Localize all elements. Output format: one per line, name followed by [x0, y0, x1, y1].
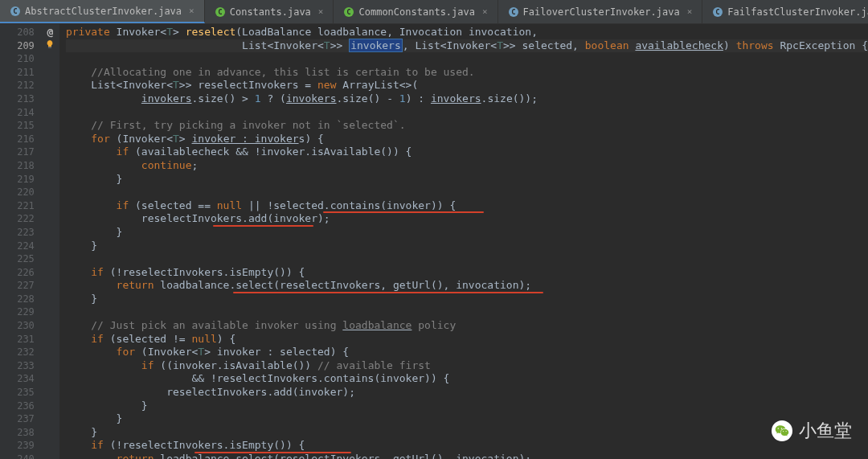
tab-label: Constants.java	[230, 6, 311, 18]
java-class-icon: C	[508, 6, 519, 18]
editor-tab[interactable]: CFailfastClusterInvoker.java×	[702, 0, 868, 23]
line-number[interactable]: 213	[0, 92, 35, 106]
java-class-icon: C	[215, 6, 226, 18]
line-number[interactable]: 212	[0, 79, 35, 92]
editor-area: 2082092102112122132142152162172182192202…	[0, 24, 868, 459]
code-line[interactable]: List<Invoker<T>> reselectInvokers = new …	[66, 79, 868, 92]
code-line[interactable]: reselectInvokers.add(invoker);	[66, 212, 868, 226]
code-line[interactable]: }	[66, 412, 868, 426]
override-annotation-icon[interactable]: @	[47, 26, 53, 39]
close-icon[interactable]: ×	[687, 6, 693, 17]
line-number[interactable]: 218	[0, 159, 35, 173]
intention-bulb-icon[interactable]	[45, 39, 55, 53]
line-number[interactable]: 230	[0, 319, 35, 333]
line-number[interactable]: 238	[0, 426, 35, 440]
code-line[interactable]: //Allocating one in advance, this list i…	[66, 66, 868, 80]
editor-tab[interactable]: CFailoverClusterInvoker.java×	[498, 0, 703, 23]
code-line[interactable]: // Just pick an available invoker using …	[66, 319, 868, 333]
line-number[interactable]: 235	[0, 386, 35, 400]
java-class-icon: C	[712, 6, 723, 18]
code-line[interactable]: for (Invoker<T> invoker : invokers) {	[66, 133, 868, 146]
code-line[interactable]: if (!reselectInvokers.isEmpty()) {	[66, 439, 868, 453]
code-line[interactable]	[66, 52, 868, 66]
line-number[interactable]: 228	[0, 293, 35, 306]
svg-text:C: C	[511, 8, 515, 16]
code-line[interactable]: if (!reselectInvokers.isEmpty()) {	[66, 266, 868, 280]
code-line[interactable]: if (availablecheck && !invoker.isAvailab…	[66, 145, 868, 159]
code-line[interactable]: reselectInvokers.add(invoker);	[66, 386, 868, 400]
code-line[interactable]: }	[66, 226, 868, 240]
line-number[interactable]: 215	[0, 119, 35, 133]
line-number[interactable]: 209	[0, 39, 35, 53]
svg-rect-10	[48, 47, 51, 47]
code-line[interactable]: }	[66, 293, 868, 306]
editor-tabs: CAbstractClusterInvoker.java×CConstants.…	[0, 0, 868, 24]
editor-tab[interactable]: CConstants.java×	[205, 0, 334, 23]
svg-text:C: C	[13, 7, 17, 15]
close-icon[interactable]: ×	[189, 6, 194, 16]
line-number[interactable]: 210	[0, 52, 35, 66]
line-number[interactable]: 239	[0, 439, 35, 453]
code-line[interactable]: if ((invoker.isAvailable()) // available…	[66, 359, 868, 373]
code-line[interactable]: invokers.size() > 1 ? (invokers.size() -…	[66, 92, 868, 106]
editor-tab[interactable]: CAbstractClusterInvoker.java×	[0, 0, 205, 23]
code-line[interactable]: && !reselectInvokers.contains(invoker)) …	[66, 372, 868, 386]
line-number[interactable]: 224	[0, 240, 35, 253]
code-line[interactable]: for (Invoker<T> invoker : selected) {	[66, 346, 868, 359]
line-number[interactable]: 226	[0, 266, 35, 280]
tab-label: FailfastClusterInvoker.java	[727, 6, 868, 18]
close-icon[interactable]: ×	[482, 6, 488, 17]
svg-text:C: C	[347, 8, 351, 16]
code-line[interactable]: continue;	[66, 159, 868, 173]
line-number[interactable]: 237	[0, 412, 35, 426]
code-line[interactable]: List<Invoker<T>> invokers, List<Invoker<…	[66, 39, 868, 53]
wechat-icon	[772, 420, 792, 441]
close-icon[interactable]: ×	[318, 6, 324, 17]
line-number[interactable]: 225	[0, 252, 35, 266]
code-line[interactable]: // First, try picking a invoker not in `…	[66, 119, 868, 133]
code-line[interactable]: if (selected != null) {	[66, 333, 868, 346]
line-number[interactable]: 231	[0, 333, 35, 346]
line-number[interactable]: 233	[0, 359, 35, 373]
tab-label: AbstractClusterInvoker.java	[25, 6, 182, 17]
editor-tab[interactable]: CCommonConstants.java×	[334, 0, 497, 23]
watermark: 小鱼堂	[772, 419, 852, 443]
line-number[interactable]: 229	[0, 305, 35, 319]
code-line[interactable]: }	[66, 240, 868, 253]
line-number[interactable]: 240	[0, 453, 35, 459]
java-class-icon: C	[343, 6, 354, 18]
line-number[interactable]: 236	[0, 400, 35, 413]
line-number[interactable]: 219	[0, 173, 35, 186]
code-line[interactable]	[66, 252, 868, 266]
code-line[interactable]: }	[66, 400, 868, 413]
line-number[interactable]: 208	[0, 26, 35, 39]
line-number[interactable]: 211	[0, 66, 35, 80]
line-number[interactable]: 227	[0, 279, 35, 293]
line-number[interactable]: 222	[0, 212, 35, 226]
tab-label: FailoverClusterInvoker.java	[523, 6, 680, 18]
code-line[interactable]: }	[66, 173, 868, 186]
code-line[interactable]: private Invoker<T> reselect(LoadBalance …	[66, 26, 868, 39]
svg-text:C: C	[218, 8, 222, 16]
tab-label: CommonConstants.java	[358, 6, 475, 18]
line-number[interactable]: 234	[0, 372, 35, 386]
line-number-gutter: 2082092102112122132142152162172182192202…	[0, 24, 41, 459]
code-line[interactable]: return loadbalance.select(reselectInvoke…	[66, 453, 868, 459]
code-line[interactable]	[66, 305, 868, 319]
line-number[interactable]: 232	[0, 346, 35, 359]
line-number[interactable]: 217	[0, 145, 35, 159]
code-line[interactable]: }	[66, 426, 868, 440]
code-line[interactable]	[66, 106, 868, 120]
line-number[interactable]: 223	[0, 226, 35, 240]
code-line[interactable]: return loadbalance.select(reselectInvoke…	[66, 279, 868, 293]
line-number[interactable]: 221	[0, 199, 35, 213]
line-number[interactable]: 216	[0, 133, 35, 146]
code-line[interactable]	[66, 186, 868, 199]
svg-text:C: C	[716, 8, 720, 16]
line-number[interactable]: 220	[0, 186, 35, 199]
code-content[interactable]: private Invoker<T> reselect(LoadBalance …	[59, 24, 868, 459]
line-number[interactable]: 214	[0, 106, 35, 120]
watermark-text: 小鱼堂	[799, 419, 852, 443]
code-line[interactable]: if (selected == null || !selected.contai…	[66, 199, 868, 213]
java-class-icon: C	[10, 6, 21, 17]
